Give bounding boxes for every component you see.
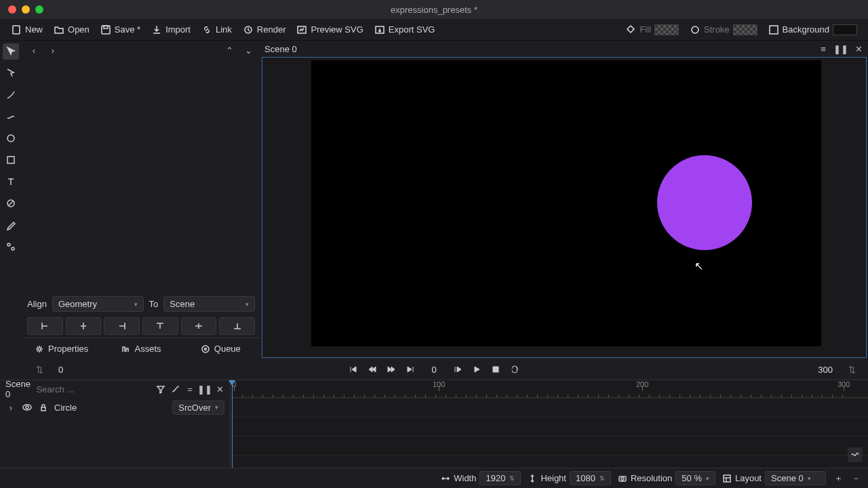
expand-down-icon[interactable]: ⌄ (243, 45, 254, 56)
circle-shape[interactable] (657, 155, 752, 250)
link-icon (201, 24, 212, 35)
render-button[interactable]: Render (237, 22, 292, 38)
align-vcenter-button[interactable] (181, 317, 217, 335)
align-top-button[interactable] (142, 317, 178, 335)
step-forward-button[interactable] (384, 362, 399, 377)
visibility-icon[interactable] (22, 402, 33, 413)
blend-mode-select[interactable]: SrcOver▾ (172, 401, 224, 415)
tab-queue[interactable]: Queue (181, 338, 260, 359)
svg-point-12 (12, 247, 14, 250)
lock-icon[interactable] (38, 402, 49, 413)
track-area[interactable] (231, 398, 868, 468)
width-value: 1920 (486, 473, 505, 483)
fill-control[interactable]: Fill (620, 22, 684, 38)
align-to-select[interactable]: Scene▾ (163, 296, 255, 312)
align-hcenter-button[interactable] (66, 317, 102, 335)
align-right-button[interactable] (104, 317, 140, 335)
gear-icon (35, 344, 44, 354)
background-swatch[interactable] (833, 24, 857, 35)
view-menu-icon[interactable]: ≡ (818, 43, 829, 54)
nav-forward-icon[interactable]: › (47, 45, 58, 56)
remove-scene-button[interactable]: － (850, 473, 861, 484)
edit-tool[interactable] (3, 65, 19, 81)
expand-layer-icon[interactable]: › (5, 402, 16, 413)
filter-icon[interactable] (156, 384, 165, 394)
view-close-icon[interactable]: ✕ (853, 43, 864, 54)
loop-button[interactable] (507, 362, 522, 377)
frame-end-stepper-icon[interactable]: ⇅ (846, 364, 857, 375)
tab-assets[interactable]: Assets (101, 338, 180, 359)
settings-tool[interactable] (3, 239, 19, 255)
align-mode-select[interactable]: Geometry▾ (52, 296, 144, 312)
ellipse-tool[interactable] (3, 130, 19, 146)
nav-back-icon[interactable]: ‹ (28, 45, 39, 56)
close-window[interactable] (8, 5, 16, 14)
empty-tool[interactable] (3, 195, 19, 211)
chevron-down-icon: ▾ (706, 475, 709, 482)
minimize-window[interactable] (22, 5, 30, 14)
layout-value: Scene 0 (771, 473, 804, 483)
align-bottom-button[interactable] (219, 317, 255, 335)
stepper-icon[interactable]: ⇅ (509, 475, 515, 482)
preview-svg-button[interactable]: Preview SVG (291, 22, 368, 38)
stroke-control[interactable]: Stroke (684, 22, 763, 38)
freehand-tool[interactable] (3, 108, 19, 125)
fill-swatch[interactable] (654, 24, 679, 35)
goto-end-button[interactable] (403, 362, 418, 377)
frame-end[interactable]: 300 (808, 365, 842, 375)
step-back-button[interactable] (365, 362, 380, 377)
playhead[interactable] (232, 380, 233, 468)
close-small-icon[interactable]: ✕ (216, 384, 224, 394)
current-frame[interactable]: 0 (422, 365, 446, 375)
frame-start-stepper-icon[interactable]: ⇅ (34, 364, 45, 375)
main-toolbar: New Open Save * Import Link Render Previ… (0, 19, 868, 41)
stop-button[interactable] (488, 362, 503, 377)
view-pause-icon[interactable]: ❚❚ (835, 43, 846, 54)
scene-canvas[interactable]: ↖ (311, 60, 821, 346)
play-button[interactable] (469, 362, 484, 377)
waveform-toggle[interactable] (848, 447, 863, 462)
background-control[interactable]: Background (763, 22, 863, 38)
add-scene-button[interactable]: ＋ (833, 473, 844, 484)
open-button[interactable]: Open (48, 22, 95, 38)
collapse-up-icon[interactable]: ⌃ (224, 45, 235, 56)
color-picker-tool[interactable] (3, 217, 19, 233)
svg-point-21 (621, 477, 624, 480)
chevron-down-icon: ▾ (134, 301, 138, 308)
curve-icon[interactable] (171, 384, 180, 394)
resolution-field[interactable]: 50 %▾ (675, 471, 715, 485)
text-tool[interactable] (3, 174, 19, 190)
play-reverse-button[interactable] (450, 362, 465, 377)
viewport[interactable]: ↖ (262, 57, 867, 358)
import-button[interactable]: Import (146, 22, 196, 38)
link-button[interactable]: Link (196, 22, 237, 38)
layout-select[interactable]: Scene 0▾ (765, 471, 826, 485)
stroke-swatch[interactable] (733, 24, 757, 35)
svg-rect-1 (102, 26, 110, 34)
align-buttons (22, 314, 260, 338)
cursor-icon: ↖ (694, 260, 703, 272)
frame-start[interactable]: 0 (49, 365, 73, 375)
timeline-tracks[interactable]: 0 100 200 300 (231, 380, 868, 468)
save-button[interactable]: Save * (95, 22, 146, 38)
maximize-window[interactable] (35, 5, 43, 14)
pen-tool[interactable] (3, 87, 19, 103)
pause-small-icon[interactable]: ❚❚ (199, 384, 210, 394)
new-button[interactable]: New (5, 22, 48, 38)
timeline-search-input[interactable] (37, 384, 151, 394)
tab-properties[interactable]: Properties (22, 338, 101, 359)
timeline-ruler[interactable]: 0 100 200 300 (231, 380, 868, 398)
stepper-icon[interactable]: ⇅ (599, 475, 605, 482)
equals-icon[interactable]: = (186, 384, 195, 394)
layer-row[interactable]: › Circle SrcOver▾ (0, 398, 230, 417)
width-field[interactable]: 1920⇅ (479, 471, 521, 485)
select-tool[interactable] (3, 43, 19, 60)
export-svg-button[interactable]: Export SVG (369, 22, 441, 38)
document-title: expressions_presets * (391, 5, 477, 15)
height-field[interactable]: 1080⇅ (570, 471, 611, 485)
align-mode-value: Geometry (58, 299, 97, 309)
goto-start-button[interactable] (346, 362, 361, 377)
rectangle-tool[interactable] (3, 152, 19, 168)
traffic-lights (0, 5, 43, 14)
align-left-button[interactable] (27, 317, 63, 335)
